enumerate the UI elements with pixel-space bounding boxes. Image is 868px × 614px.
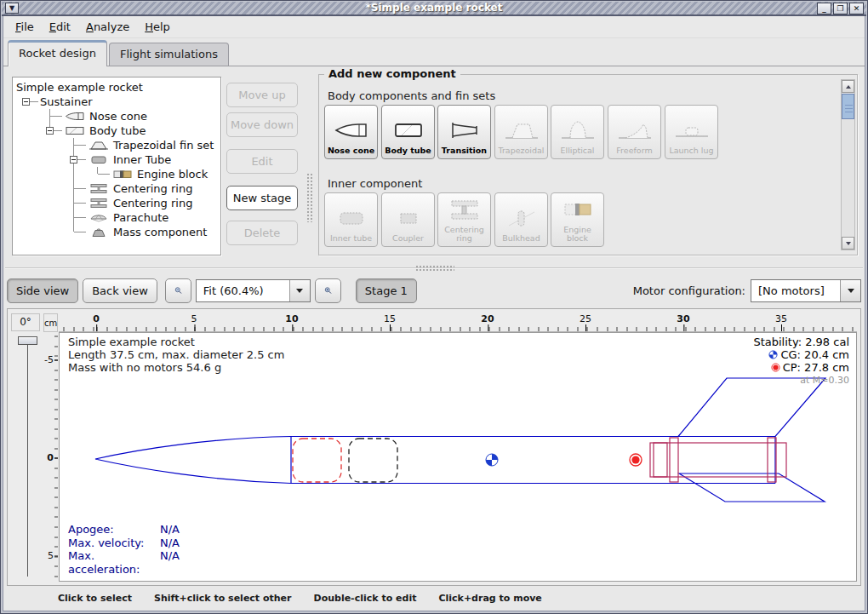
centering-ring-icon	[86, 182, 111, 196]
edit-button[interactable]: Edit	[226, 149, 298, 174]
body-tube-icon	[62, 124, 88, 138]
delete-button[interactable]: Delete	[226, 221, 298, 245]
main-tabs: Rocket design Flight simulations	[3, 38, 865, 66]
cg-legend-icon	[768, 350, 778, 359]
menu-help[interactable]: Help	[137, 18, 178, 36]
zoom-select-dropdown-icon[interactable]	[289, 280, 310, 301]
engine-block-outline	[654, 443, 667, 477]
add-centering-ring-button[interactable]: Centering ring	[437, 192, 491, 247]
motor-config-dropdown-icon[interactable]	[840, 280, 860, 301]
add-coupler-button[interactable]: Coupler	[381, 192, 435, 247]
minimize-button[interactable]: _	[817, 3, 831, 14]
motor-config-select[interactable]: [No motors]	[751, 279, 861, 302]
engine-block-icon	[110, 168, 135, 181]
nose-cone-icon	[62, 110, 88, 123]
close-button[interactable]: ✕	[849, 3, 864, 14]
hint-click-select: Click to select	[58, 593, 132, 604]
move-up-button[interactable]: Move up	[226, 83, 298, 107]
tree-item-rocket[interactable]: Simple example rocket	[14, 80, 220, 95]
view-toolbar: Side view Back view Fit (60.4%) Stage 1 …	[7, 274, 861, 307]
maximize-button[interactable]: ❐	[833, 3, 848, 14]
back-view-button[interactable]: Back view	[83, 278, 157, 303]
add-inner-tube-button[interactable]: Inner tube	[324, 192, 378, 247]
launch-lug-icon	[672, 118, 711, 143]
menu-file[interactable]: File	[8, 18, 42, 36]
cp-legend-icon	[771, 363, 780, 372]
simulation-results: Apogee:N/A Max. velocity:N/A Max. accele…	[68, 523, 180, 576]
slider-handle[interactable]	[18, 336, 37, 345]
body-components-label: Body components and fin sets	[328, 89, 495, 102]
rotation-slider[interactable]	[11, 335, 40, 578]
add-transition-button[interactable]: Transition	[437, 105, 491, 159]
tree-item-inner-tube[interactable]: Inner Tube	[14, 152, 220, 167]
add-freeform-fin-button[interactable]: Freeform	[608, 105, 661, 159]
tree-item-engine-block[interactable]: Engine block	[14, 167, 220, 181]
tree-item-sustainer[interactable]: Sustainer	[14, 95, 220, 109]
zoom-in-button[interactable]	[315, 278, 341, 303]
status-bar: Click to select Shift+click to select ot…	[3, 588, 865, 608]
move-down-button[interactable]: Move down	[226, 112, 298, 137]
tree-item-mass-component[interactable]: Mass component	[14, 225, 220, 239]
magnifier-plus-icon	[324, 283, 332, 298]
tree-expander[interactable]	[62, 152, 86, 167]
rocket-canvas[interactable]: Simple example rocket Length 37.5 cm, ma…	[59, 332, 857, 582]
tree-item-parachute[interactable]: Parachute	[14, 210, 220, 225]
cg-marker	[486, 454, 498, 466]
inner-tube-outline	[650, 443, 786, 477]
hint-click-drag: Click+drag to move	[438, 593, 541, 604]
side-view-button[interactable]: Side view	[7, 278, 78, 303]
menu-analyze[interactable]: Analyze	[78, 18, 137, 36]
rocket-figure-panel: 0° cm 0 5 10 15 20 25 30 35 -5 0 5	[7, 308, 861, 586]
rocket-info: Simple example rocket Length 37.5 cm, ma…	[68, 336, 284, 374]
title-bar[interactable]: ▼ *Simple example rocket _ ❐ ✕	[2, 2, 866, 16]
menu-edit[interactable]: Edit	[42, 18, 78, 36]
tab-flight-simulations[interactable]: Flight simulations	[109, 43, 229, 66]
mass-component-outline	[349, 439, 397, 482]
add-launch-lug-button[interactable]: Launch lug	[665, 105, 718, 159]
new-stage-button[interactable]: New stage	[226, 186, 298, 210]
scrollbar-thumb[interactable]	[842, 94, 854, 119]
vertical-ruler: -5 0 5	[43, 332, 58, 582]
component-tree[interactable]: Simple example rocket Sustainer Nose con…	[12, 77, 221, 255]
tree-item-centering-ring-2[interactable]: Centering ring	[14, 196, 220, 210]
horizontal-ruler: 0 5 10 15 20 25 30 35	[59, 313, 857, 332]
add-body-tube-button[interactable]: Body tube	[381, 105, 435, 159]
coupler-icon	[389, 205, 428, 231]
horizontal-splitter-grip[interactable]	[415, 265, 454, 272]
stage-1-toggle[interactable]: Stage 1	[356, 278, 417, 303]
cp-marker	[630, 454, 642, 466]
component-panel-scrollbar[interactable]	[841, 79, 855, 250]
slider-track	[27, 345, 28, 577]
add-elliptical-fin-button[interactable]: Elliptical	[551, 105, 604, 159]
tab-rocket-design[interactable]: Rocket design	[8, 40, 107, 66]
add-engine-block-button[interactable]: Engine block	[551, 192, 604, 247]
motor-config-label: Motor configuration:	[633, 284, 745, 297]
centering-ring-outline	[670, 438, 678, 482]
tree-expander[interactable]	[14, 95, 38, 109]
menu-bar: File Edit Analyze Help	[3, 16, 865, 38]
centering-ring-icon	[86, 197, 111, 210]
scroll-down-icon[interactable]	[842, 237, 854, 250]
bulkhead-icon	[502, 205, 541, 231]
inner-tube-icon	[332, 205, 371, 231]
trapezoidal-fin-icon	[86, 139, 111, 152]
add-trapezoidal-fin-button[interactable]: Trapezoidal	[494, 105, 548, 159]
tree-item-trapezoidal-fin-set[interactable]: Trapezoidal fin set	[14, 138, 220, 152]
tree-item-nose-cone[interactable]: Nose cone	[14, 109, 220, 123]
zoom-select[interactable]: Fit (60.4%)	[196, 279, 311, 302]
parachute-icon	[86, 211, 111, 225]
nose-cone-icon	[332, 118, 371, 143]
tree-item-body-tube[interactable]: Body tube	[14, 123, 220, 138]
scroll-up-icon[interactable]	[842, 80, 854, 93]
body-tube-icon	[389, 118, 428, 143]
transition-icon	[445, 118, 484, 143]
tree-item-centering-ring-1[interactable]: Centering ring	[14, 181, 220, 196]
trapezoidal-fin-icon	[502, 118, 541, 143]
zoom-out-button[interactable]	[165, 278, 191, 303]
add-bulkhead-button[interactable]: Bulkhead	[494, 192, 548, 247]
top-fin	[678, 378, 825, 437]
tree-expander[interactable]	[38, 123, 62, 138]
system-menu-icon[interactable]: ▼	[5, 3, 19, 14]
vertical-splitter-grip[interactable]	[306, 173, 313, 222]
add-nose-cone-button[interactable]: Nose cone	[324, 105, 378, 159]
